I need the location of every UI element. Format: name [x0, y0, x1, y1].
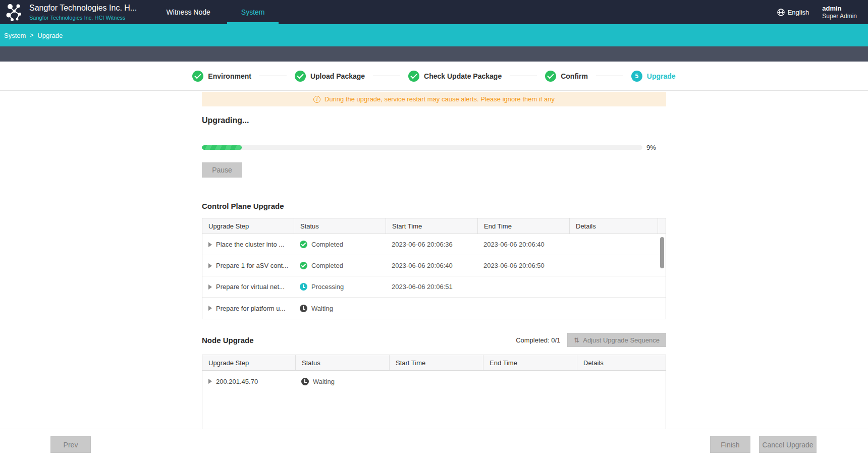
expand-row-icon[interactable]	[208, 263, 212, 268]
adjust-upgrade-sequence-button[interactable]: ⇅ Adjust Upgrade Sequence	[567, 333, 666, 347]
breadcrumb-separator: >	[30, 32, 33, 39]
app-subtitle: Sangfor Technologies Inc. HCI Witness	[29, 15, 137, 22]
node-ip-cell: 200.201.45.70	[216, 378, 258, 385]
status-label: Completed	[311, 262, 343, 269]
language-label: English	[788, 9, 809, 16]
col-upgrade-step: Upgrade Step	[202, 355, 295, 370]
globe-icon	[777, 9, 785, 16]
step-upgrade: 5 Upgrade	[631, 71, 676, 82]
brand-text: Sangfor Technologies Inc. H... Sangfor T…	[29, 3, 137, 22]
expand-row-icon[interactable]	[208, 242, 212, 247]
table-row[interactable]: Prepare 1 for aSV cont... Completed 2023…	[202, 255, 666, 276]
cancel-upgrade-button[interactable]: Cancel Upgrade	[759, 436, 817, 453]
tab-system[interactable]: System	[221, 0, 285, 24]
progress-fill	[202, 145, 242, 150]
breadcrumb: System > Upgrade	[0, 24, 868, 46]
table-row[interactable]: Place the cluster into ... Completed 202…	[202, 234, 666, 255]
breadcrumb-system[interactable]: System	[4, 32, 26, 39]
col-upgrade-step: Upgrade Step	[202, 218, 294, 234]
progress-percent: 9%	[646, 144, 656, 151]
header-right: English admin Super Admin	[777, 0, 868, 24]
status-icon	[300, 262, 307, 269]
step-connector	[259, 76, 287, 76]
control-plane-table-body: Place the cluster into ... Completed 202…	[202, 234, 666, 319]
status-icon	[300, 305, 307, 312]
node-upgrade-header: Node Upgrade Completed: 0/1 ⇅ Adjust Upg…	[202, 333, 666, 347]
end-time-cell: 2023-06-06 20:06:50	[483, 262, 545, 269]
app-header: Sangfor Technologies Inc. H... Sangfor T…	[0, 0, 868, 24]
table-row[interactable]: Prepare for virtual net... Processing 20…	[202, 276, 666, 298]
wizard-stepper: Environment Upload Package Check Update …	[0, 62, 868, 91]
start-time-cell: 2023-06-06 20:06:40	[392, 262, 453, 269]
sort-arrows-icon: ⇅	[574, 337, 579, 343]
upgrade-step-cell: Place the cluster into ...	[216, 241, 284, 248]
col-status: Status	[294, 218, 386, 234]
node-table-body: 200.201.45.70 Waiting	[202, 371, 666, 392]
check-icon	[545, 71, 556, 82]
step-number-badge: 5	[631, 71, 642, 82]
expand-row-icon[interactable]	[208, 379, 212, 384]
prev-button[interactable]: Prev	[50, 436, 91, 453]
language-switch[interactable]: English	[777, 9, 809, 16]
table-row[interactable]: Prepare for platform u... Waiting	[202, 298, 666, 319]
upgrade-step-cell: Prepare for virtual net...	[216, 283, 285, 291]
progress-bar	[202, 145, 642, 150]
check-icon	[192, 71, 203, 82]
wizard-footer: Prev Finish Cancel Upgrade	[0, 429, 868, 460]
brand: Sangfor Technologies Inc. H... Sangfor T…	[0, 0, 137, 24]
control-plane-table: Upgrade Step Status Start Time End Time …	[202, 218, 666, 319]
main-content: i During the upgrade, service restart ma…	[202, 92, 666, 430]
tab-witness-node[interactable]: Witness Node	[156, 0, 221, 24]
expand-row-icon[interactable]	[208, 284, 212, 290]
start-time-cell: 2023-06-06 20:06:51	[392, 283, 453, 291]
node-table-header: Upgrade Step Status Start Time End Time …	[202, 355, 666, 371]
table-row[interactable]: 200.201.45.70 Waiting	[202, 371, 666, 392]
expand-row-icon[interactable]	[208, 306, 212, 311]
user-role: Super Admin	[822, 13, 857, 20]
app-title: Sangfor Technologies Inc. H...	[29, 3, 137, 13]
node-upgrade-table: Upgrade Step Status Start Time End Time …	[202, 355, 666, 434]
warning-text: During the upgrade, service restart may …	[324, 95, 555, 103]
status-label: Waiting	[311, 305, 333, 312]
completed-count: Completed: 0/1	[516, 336, 560, 344]
check-icon	[408, 71, 419, 82]
col-start-time: Start Time	[386, 218, 477, 234]
status-label: Waiting	[313, 378, 335, 385]
step-check-update-package: Check Update Package	[408, 71, 502, 82]
col-status: Status	[295, 355, 389, 370]
upgrade-step-cell: Prepare 1 for aSV cont...	[216, 262, 288, 269]
control-plane-table-header: Upgrade Step Status Start Time End Time …	[202, 218, 666, 234]
step-environment: Environment	[192, 71, 251, 82]
check-icon	[295, 71, 306, 82]
pause-button[interactable]: Pause	[202, 162, 242, 178]
col-details: Details	[577, 355, 666, 370]
warning-banner: i During the upgrade, service restart ma…	[202, 92, 666, 106]
col-scrollbar-gutter	[658, 218, 666, 234]
user-menu[interactable]: admin Super Admin	[822, 5, 859, 20]
top-nav: Witness Node System	[156, 0, 285, 24]
status-icon	[300, 283, 307, 291]
step-connector	[373, 76, 400, 76]
col-end-time: End Time	[477, 218, 569, 234]
upgrading-heading: Upgrading...	[202, 116, 666, 125]
step-confirm: Confirm	[545, 71, 588, 82]
node-upgrade-title: Node Upgrade	[202, 336, 254, 344]
step-connector	[510, 76, 537, 76]
status-icon	[300, 241, 307, 248]
col-end-time: End Time	[483, 355, 577, 370]
upgrade-step-cell: Prepare for platform u...	[216, 305, 285, 312]
finish-button[interactable]: Finish	[710, 436, 750, 453]
col-start-time: Start Time	[389, 355, 483, 370]
user-name: admin	[822, 5, 857, 13]
step-connector	[596, 76, 623, 76]
start-time-cell: 2023-06-06 20:06:36	[392, 241, 453, 248]
status-label: Completed	[311, 241, 343, 248]
col-details: Details	[569, 218, 658, 234]
status-label: Processing	[311, 283, 344, 291]
breadcrumb-upgrade[interactable]: Upgrade	[37, 32, 63, 39]
info-icon: i	[313, 96, 320, 103]
sangfor-logo-icon	[4, 2, 24, 22]
step-upload-package: Upload Package	[295, 71, 365, 82]
sub-header-strip	[0, 46, 868, 62]
table-scrollbar[interactable]	[660, 237, 664, 268]
